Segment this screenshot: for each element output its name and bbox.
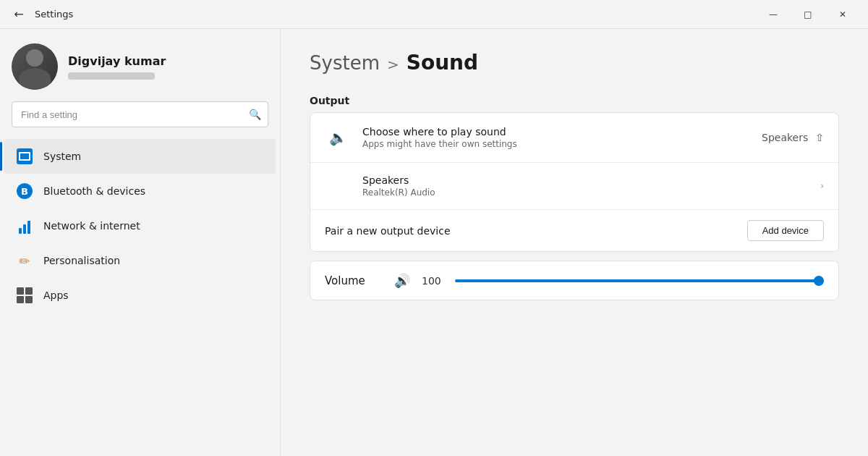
sidebar-item-bluetooth[interactable]: B Bluetooth & devices — [4, 174, 276, 208]
sidebar-item-label-network: Network & internet — [43, 220, 140, 232]
pen-icon: ✏️ — [16, 252, 33, 269]
output-card: 🔈 Choose where to play sound Apps might … — [310, 112, 839, 252]
sidebar-item-apps[interactable]: Apps — [4, 278, 276, 313]
bluetooth-icon: B — [16, 182, 33, 200]
choose-sound-subtitle: Apps might have their own settings — [362, 139, 750, 149]
volume-slider[interactable] — [455, 279, 824, 282]
choose-sound-row[interactable]: 🔈 Choose where to play sound Apps might … — [310, 113, 838, 163]
user-info: Digvijay kumar — [68, 54, 166, 80]
page-title: Sound — [407, 51, 478, 75]
back-button[interactable]: ← — [9, 4, 29, 25]
sidebar-item-network[interactable]: Network & internet — [4, 208, 276, 243]
user-name: Digvijay kumar — [68, 54, 166, 68]
avatar-image — [12, 43, 58, 90]
speakers-subtitle: Realtek(R) Audio — [362, 187, 809, 198]
maximize-button[interactable]: □ — [791, 3, 825, 26]
system-icon — [16, 148, 33, 165]
avatar — [12, 43, 58, 90]
chevron-right-icon: › — [820, 181, 824, 191]
search-box: 🔍 — [12, 101, 268, 127]
speakers-title: Speakers — [362, 174, 809, 186]
network-icon — [16, 217, 33, 235]
choose-sound-text: Choose where to play sound Apps might ha… — [362, 126, 750, 149]
pair-device-label: Pair a new output device — [325, 225, 747, 237]
add-device-row: Pair a new output device Add device — [310, 210, 838, 251]
sidebar-item-label-system: System — [43, 151, 81, 162]
sound-output-icon: 🔈 — [325, 124, 351, 151]
sidebar-item-label-apps: Apps — [43, 290, 69, 301]
sidebar-item-system[interactable]: System — [4, 139, 276, 174]
title-bar: ← Settings — □ ✕ — [0, 0, 868, 29]
volume-label: Volume — [325, 274, 383, 287]
page-header: System > Sound — [310, 51, 839, 75]
choose-sound-title: Choose where to play sound — [362, 126, 750, 138]
sidebar-item-label-bluetooth: Bluetooth & devices — [43, 185, 145, 197]
close-button[interactable]: ✕ — [826, 3, 859, 26]
volume-card: Volume 🔊 100 — [310, 261, 839, 300]
minimize-button[interactable]: — — [757, 3, 790, 26]
volume-icon: 🔊 — [394, 273, 410, 288]
window-controls: — □ ✕ — [757, 3, 859, 26]
app-title: Settings — [35, 9, 73, 20]
output-section-label: Output — [310, 95, 839, 106]
volume-slider-fill — [455, 279, 824, 282]
sidebar-item-personalisation[interactable]: ✏️ Personalisation — [4, 243, 276, 278]
breadcrumb-system: System — [310, 52, 380, 74]
speakers-text: Speakers Realtek(R) Audio — [362, 174, 809, 198]
nav-list: System B Bluetooth & devices Network & i… — [0, 136, 280, 316]
search-input[interactable] — [12, 101, 268, 127]
sidebar: Digvijay kumar 🔍 System B Bluetooth & de… — [0, 29, 281, 456]
chevron-up-icon: ⇧ — [815, 132, 824, 143]
speakers-row[interactable]: Speakers Realtek(R) Audio › — [310, 163, 838, 210]
volume-value: 100 — [422, 275, 443, 287]
apps-icon — [16, 287, 33, 304]
breadcrumb-separator: > — [387, 56, 399, 73]
app-body: Digvijay kumar 🔍 System B Bluetooth & de… — [0, 29, 868, 456]
search-icon: 🔍 — [249, 109, 261, 120]
add-device-button[interactable]: Add device — [747, 220, 824, 241]
choose-sound-value: Speakers ⇧ — [762, 132, 824, 143]
user-sub — [68, 72, 155, 80]
user-section: Digvijay kumar — [0, 29, 280, 101]
sidebar-item-label-personalisation: Personalisation — [43, 255, 120, 266]
main-content: System > Sound Output 🔈 Choose where to … — [281, 29, 868, 456]
volume-slider-thumb — [814, 276, 824, 286]
